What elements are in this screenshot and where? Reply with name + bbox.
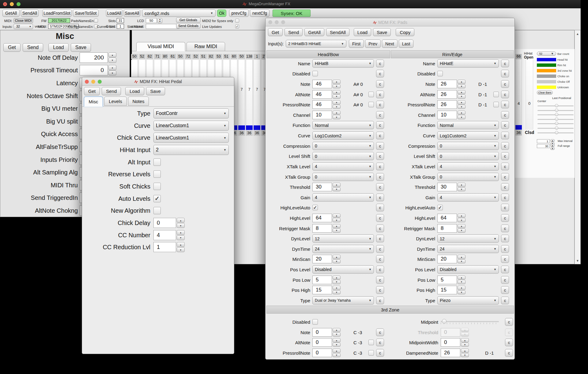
headbow-threshold-spinner[interactable]: 30▲▼ [312,183,341,191]
headbow-pos-low-spinner-value[interactable]: 5 [312,276,332,284]
rimedge-pos-low-spinner-value[interactable]: 5 [437,276,457,284]
rimedge-curve-dropdown[interactable]: Log1Custom2▼ [437,132,499,140]
slot-name-field[interactable] [146,24,179,29]
zone3-midpointwidth-spinner[interactable]: 0▲▼ [441,338,469,347]
headbow-highlevelauto-copy-button[interactable]: c [376,204,384,212]
hihat-tab-levels[interactable]: Levels [104,97,127,106]
rimedge-altnote-link-checkbox[interactable] [493,92,499,97]
headbow-retrigger-mask-copy-button[interactable]: c [376,224,384,232]
headbow-pos-high-copy-button[interactable]: c [376,286,384,294]
pads-last-button[interactable]: Last [399,40,413,48]
lcd-contrast-stepper[interactable]: ▲▼ [157,18,162,23]
headbow-threshold-spinner-value[interactable]: 30 [312,183,332,191]
down-arrow-icon[interactable]: ▼ [458,84,466,89]
current-slot-field[interactable]: 1 [117,24,124,29]
slider-handle[interactable] [555,113,558,116]
down-arrow-icon[interactable]: ▼ [458,187,466,192]
headbow-channel-spinner[interactable]: 10▲▼ [312,111,341,119]
hihat-chick-curve-dropdown[interactable]: LinearCustom1▼ [153,133,229,143]
down-arrow-icon[interactable]: ▼ [177,235,185,240]
live-updates-checkbox[interactable]: ✓ [235,25,239,29]
headbow-dyntime-copy-button[interactable]: c [376,245,384,253]
get-globals-button[interactable]: Get Globals [176,17,201,23]
slider-handle[interactable] [555,126,558,130]
rimedge-pos-level-dropdown[interactable]: Disabled▼ [437,265,499,273]
misc-pressroll-timeout-spinner-value[interactable]: 0 [80,65,108,75]
hihat-hihat-input-dropdown[interactable]: 2▼ [153,145,229,155]
lcd-contrast-field[interactable]: 50 [146,18,157,23]
nextcfg-button[interactable]: nextCfg [250,10,270,17]
rimedge-channel-spinner[interactable]: 10▲▼ [437,111,466,119]
zone3-altnote-copy-button[interactable]: c [376,339,384,346]
misc-note-off-delay-spinner-stepper[interactable]: ▲▼ [108,52,116,63]
down-arrow-icon[interactable]: ▼ [177,223,185,228]
rimedge-threshold-spinner-value[interactable]: 30 [437,183,457,191]
zone3-note-spinner[interactable]: 0▲▼ [312,328,341,337]
up-arrow-icon[interactable]: ▲ [177,218,185,223]
headbow-minscan-spinner[interactable]: 20▲▼ [312,255,341,263]
rimedge-dynlevel-copy-button[interactable]: c [501,235,509,242]
rimedge-dyntime-copy-button[interactable]: c [501,245,509,253]
rimedge-channel-spinner-stepper[interactable]: ▲▼ [458,111,466,119]
tab-visual-midi[interactable]: Visual MIDI [136,42,185,51]
headbow-name-copy-button[interactable]: c [376,59,384,67]
headbow-gain-dropdown[interactable]: 4▼ [312,193,374,201]
hihat-type-dropdown[interactable]: FootContr▼ [153,108,229,118]
hihat-reverse-levels-checkbox[interactable] [153,170,161,178]
down-arrow-icon[interactable]: ▼ [108,58,116,63]
headbow-note-spinner[interactable]: 46▲▼ [312,80,341,88]
down-arrow-icon[interactable]: ▼ [461,353,469,357]
headbow-pos-low-spinner-stepper[interactable]: ▲▼ [333,276,341,284]
zone3-note-spinner-stepper[interactable]: ▲▼ [333,328,341,337]
minimize-window-icon[interactable] [91,80,95,84]
hihat-tab-misc[interactable]: Misc [84,97,103,107]
up-arrow-icon[interactable]: ▲ [458,183,466,187]
headbow-disabled-copy-button[interactable]: c [376,70,384,78]
hihat-chick-delay-spinner-stepper[interactable]: ▲▼ [177,218,185,228]
loadall-button[interactable]: LoadAll [106,10,123,17]
zone3-dampenednote-spinner[interactable]: 26▲▼ [441,349,469,357]
rimedge-pos-high-spinner[interactable]: 15▲▼ [437,286,466,294]
rimedge-gain-copy-button[interactable]: c [501,193,509,201]
up-arrow-icon[interactable]: ▲ [550,139,555,142]
hihat-load-button[interactable]: Load [125,87,144,95]
scroll-up-icon[interactable]: ▲ [575,31,580,36]
rimedge-pos-low-spinner-stepper[interactable]: ▲▼ [458,276,466,284]
scroll-down-icon[interactable]: ▼ [575,258,580,263]
headbow-name-dropdown[interactable]: HiHatB▼ [312,59,374,67]
rimedge-highlevel-spinner[interactable]: 64▲▼ [437,214,466,222]
rimedge-pressrollnote-spinner-stepper[interactable]: ▲▼ [458,100,466,109]
headbow-type-copy-button[interactable]: c [376,296,384,304]
rimedge-level-shift-copy-button[interactable]: c [501,152,509,160]
close-window-icon[interactable] [85,80,89,84]
clear-bars-button[interactable]: Clear Bars [537,90,553,95]
down-arrow-icon[interactable]: ▼ [177,247,185,252]
pads-send-button[interactable]: Send [285,28,303,36]
headbow-minscan-spinner-value[interactable]: 20 [312,255,332,263]
down-arrow-icon[interactable]: ▼ [461,343,469,347]
misc-load-button[interactable]: Load [48,43,69,52]
up-arrow-icon[interactable]: ▲ [333,100,341,105]
rimedge-minscan-spinner-stepper[interactable]: ▲▼ [458,255,466,263]
up-arrow-icon[interactable]: ▲ [333,349,341,353]
zone3-threshold-copy-button[interactable]: c [505,328,513,336]
headbow-compression-copy-button[interactable]: c [376,142,384,150]
pads-sendall-button[interactable]: SendAll [326,28,349,36]
rimedge-channel-spinner-value[interactable]: 10 [437,111,457,119]
zone3-altnote-spinner[interactable]: 0▲▼ [312,338,341,347]
rimedge-pressrollnote-link-checkbox[interactable] [493,102,499,107]
positional-slider[interactable] [537,123,574,124]
hihat-chick-delay-spinner[interactable]: 0▲▼ [153,218,185,228]
positional-slider[interactable] [537,105,574,106]
headbow-altnote-spinner-value[interactable]: 46 [312,90,332,99]
send-globals-button[interactable]: Send Globals [176,23,201,29]
headbow-channel-spinner-stepper[interactable]: ▲▼ [333,111,341,119]
positional-slider[interactable] [537,132,574,133]
rimedge-highlevelauto-checkbox[interactable]: ✓ [437,205,443,210]
hihat-cc-number-spinner-stepper[interactable]: ▲▼ [177,230,185,240]
down-arrow-icon[interactable]: ▼ [458,218,466,222]
pads-input-dropdown[interactable]: 2 HiHatB/3 HiHatE ▼ [286,40,346,48]
up-arrow-icon[interactable]: ▲ [177,230,185,235]
headbow-pressrollnote-link-checkbox[interactable] [368,102,374,107]
up-arrow-icon[interactable]: ▲ [333,338,341,342]
